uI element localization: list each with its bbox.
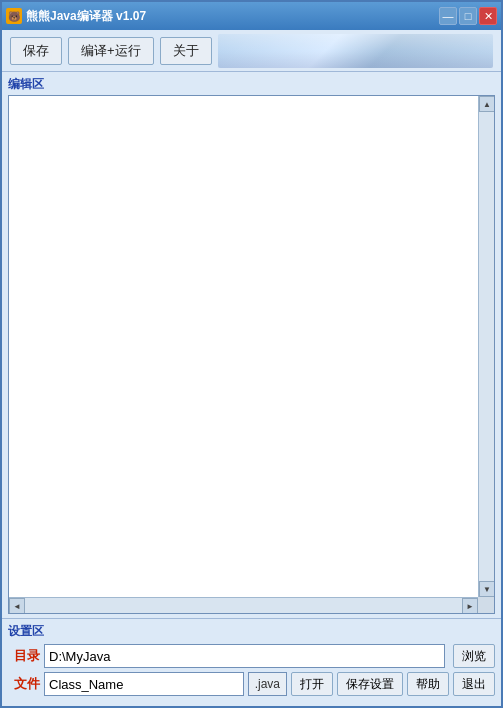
toolbar: 保存 编译+运行 关于: [2, 30, 501, 72]
exit-button[interactable]: 退出: [453, 672, 495, 696]
scroll-right-button[interactable]: ►: [462, 598, 478, 614]
open-button[interactable]: 打开: [291, 672, 333, 696]
file-input[interactable]: [44, 672, 244, 696]
compile-run-button[interactable]: 编译+运行: [68, 37, 154, 65]
java-extension-label: .java: [248, 672, 287, 696]
scroll-track-h[interactable]: [25, 598, 462, 613]
title-bar: 🐻 熊熊Java编译器 v1.07 — □ ✕: [2, 2, 501, 30]
app-icon: 🐻: [6, 8, 22, 24]
dir-input[interactable]: [44, 644, 445, 668]
editor-container: ▲ ▼ ◄ ►: [8, 95, 495, 614]
window-title: 熊熊Java编译器 v1.07: [26, 8, 146, 25]
settings-section-label: 设置区: [8, 623, 495, 640]
scrollbar-corner: [478, 597, 494, 613]
file-row: 文件 .java 打开 保存设置 帮助 退出: [8, 672, 495, 696]
dir-key-label: 目录: [8, 647, 40, 665]
code-editor[interactable]: [9, 96, 478, 597]
horizontal-scrollbar[interactable]: ◄ ►: [9, 597, 478, 613]
help-button[interactable]: 帮助: [407, 672, 449, 696]
scroll-up-button[interactable]: ▲: [479, 96, 495, 112]
main-content: 编辑区 ▲ ▼ ◄ ►: [2, 72, 501, 618]
app-icon-text: 🐻: [8, 11, 20, 22]
title-bar-left: 🐻 熊熊Java编译器 v1.07: [6, 8, 146, 25]
editor-section-label: 编辑区: [8, 76, 495, 93]
main-window: 🐻 熊熊Java编译器 v1.07 — □ ✕ 保存 编译+运行 关于 编辑区 …: [0, 0, 503, 708]
maximize-button[interactable]: □: [459, 7, 477, 25]
directory-row: 目录 浏览: [8, 644, 495, 668]
toolbar-decoration: [218, 34, 493, 68]
file-key-label: 文件: [8, 675, 40, 693]
minimize-button[interactable]: —: [439, 7, 457, 25]
browse-button[interactable]: 浏览: [453, 644, 495, 668]
save-settings-button[interactable]: 保存设置: [337, 672, 403, 696]
close-button[interactable]: ✕: [479, 7, 497, 25]
settings-section: 设置区 目录 浏览 文件 .java 打开 保存设置 帮助 退出: [2, 618, 501, 706]
scroll-track-v[interactable]: [479, 112, 494, 581]
save-button[interactable]: 保存: [10, 37, 62, 65]
title-buttons: — □ ✕: [439, 7, 497, 25]
vertical-scrollbar[interactable]: ▲ ▼: [478, 96, 494, 597]
scroll-down-button[interactable]: ▼: [479, 581, 495, 597]
scroll-left-button[interactable]: ◄: [9, 598, 25, 614]
about-button[interactable]: 关于: [160, 37, 212, 65]
